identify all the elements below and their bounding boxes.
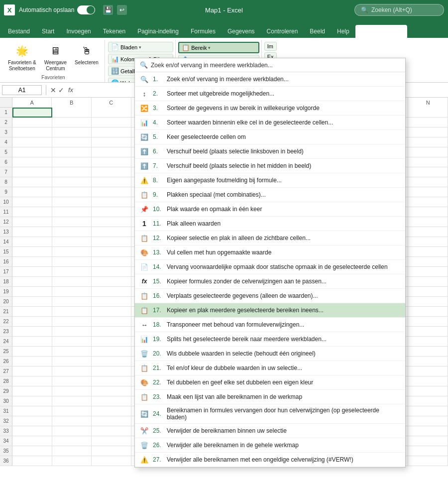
- grid-cell[interactable]: [408, 357, 448, 366]
- grid-cell[interactable]: [92, 337, 131, 347]
- grid-cell[interactable]: [12, 147, 52, 157]
- grid-cell[interactable]: [92, 446, 131, 456]
- tab-pagina[interactable]: Pagina-indeling: [131, 25, 185, 38]
- grid-cell[interactable]: [92, 376, 131, 386]
- grid-cell[interactable]: [52, 187, 92, 197]
- dropdown-item[interactable]: 🔄5.Keer geselecteerde cellen om: [135, 130, 405, 144]
- grid-cell[interactable]: [52, 277, 92, 287]
- grid-cell[interactable]: [12, 347, 52, 357]
- tab-invoegen[interactable]: Invoegen: [60, 25, 97, 38]
- grid-cell[interactable]: [408, 416, 448, 426]
- grid-cell[interactable]: [408, 127, 448, 137]
- col-header-n[interactable]: N: [408, 98, 448, 108]
- grid-cell[interactable]: [92, 327, 131, 337]
- grid-cell[interactable]: [408, 137, 448, 147]
- grid-cell[interactable]: [12, 406, 52, 416]
- grid-cell[interactable]: [52, 426, 92, 436]
- grid-cell[interactable]: [408, 446, 448, 456]
- grid-cell[interactable]: [408, 177, 448, 187]
- dropdown-item[interactable]: ↕️2.Sorteer met uitgebreide mogelijkhede…: [135, 87, 405, 101]
- grid-cell[interactable]: [408, 327, 448, 337]
- dropdown-item[interactable]: 📊19.Splits het geselecteerde bereik naar…: [135, 332, 405, 347]
- grid-cell[interactable]: [52, 137, 92, 147]
- col-header-b[interactable]: B: [52, 98, 92, 108]
- dropdown-item[interactable]: 📋16.Verplaats geselecteerde gegevens (al…: [135, 289, 405, 303]
- grid-cell[interactable]: [52, 307, 92, 317]
- dropdown-item[interactable]: 📋12.Kopieer selectie en plak in alleen d…: [135, 231, 405, 245]
- grid-cell[interactable]: [52, 247, 92, 257]
- grid-cell[interactable]: [52, 177, 92, 187]
- dropdown-item[interactable]: ⬆️6.Verschuif beeld (plaats selectie lin…: [135, 144, 405, 159]
- grid-cell[interactable]: [408, 167, 448, 177]
- grid-cell[interactable]: [408, 257, 448, 267]
- grid-cell[interactable]: [12, 307, 52, 317]
- grid-cell[interactable]: [12, 327, 52, 337]
- grid-cell[interactable]: [12, 277, 52, 287]
- grid-cell[interactable]: [408, 187, 448, 197]
- grid-cell[interactable]: [408, 337, 448, 347]
- autosave-toggle[interactable]: [77, 5, 95, 14]
- grid-cell[interactable]: [92, 147, 131, 157]
- grid-cell[interactable]: [92, 277, 131, 287]
- favorieten-sneltoetsen-button[interactable]: 🌟 Favorieten &Sneltoetsen: [5, 42, 39, 73]
- dropdown-item[interactable]: 🎨22.Tel dubbelen en geef elke set dubbel…: [135, 375, 405, 390]
- grid-cell[interactable]: [408, 207, 448, 217]
- dropdown-item[interactable]: 📊4.Sorteer waarden binnenin elke cel in …: [135, 116, 405, 130]
- tab-tekenen[interactable]: Tekenen: [97, 25, 131, 38]
- grid-cell[interactable]: [92, 187, 131, 197]
- grid-cell[interactable]: [92, 406, 131, 416]
- grid-cell[interactable]: [12, 337, 52, 347]
- grid-cell[interactable]: [92, 267, 131, 277]
- grid-cell[interactable]: [12, 426, 52, 436]
- grid-cell[interactable]: [408, 277, 448, 287]
- grid-cell[interactable]: [52, 386, 92, 396]
- grid-cell[interactable]: [92, 436, 131, 446]
- grid-cell[interactable]: [408, 118, 448, 127]
- grid-cell[interactable]: [12, 118, 52, 127]
- grid-cell[interactable]: [12, 137, 52, 147]
- grid-cell[interactable]: [12, 177, 52, 187]
- grid-cell[interactable]: [52, 357, 92, 366]
- checkmark-icon[interactable]: ✓: [58, 86, 64, 94]
- grid-cell[interactable]: [92, 247, 131, 257]
- grid-cell[interactable]: [92, 108, 131, 118]
- grid-cell[interactable]: [12, 187, 52, 197]
- grid-cell[interactable]: [408, 347, 448, 357]
- grid-cell[interactable]: [92, 157, 131, 167]
- grid-cell[interactable]: [12, 217, 52, 227]
- grid-cell[interactable]: [92, 347, 131, 357]
- tab-asap-utilities[interactable]: ASAP Utilities: [355, 25, 407, 38]
- grid-cell[interactable]: [408, 366, 448, 376]
- grid-cell[interactable]: [92, 456, 131, 466]
- grid-cell[interactable]: [92, 237, 131, 247]
- dropdown-item[interactable]: ⚠️8.Eigen aangepaste foutmelding bij for…: [135, 173, 405, 188]
- grid-cell[interactable]: [92, 197, 131, 207]
- grid-cell[interactable]: [12, 436, 52, 446]
- grid-cell[interactable]: [408, 456, 448, 466]
- grid-cell[interactable]: [52, 436, 92, 446]
- grid-cell[interactable]: [408, 406, 448, 416]
- grid-cell[interactable]: [408, 386, 448, 396]
- dropdown-item[interactable]: 🔄24.Bereiknamen in formules vervangen do…: [135, 404, 405, 424]
- grid-cell[interactable]: [408, 287, 448, 297]
- grid-cell[interactable]: [92, 386, 131, 396]
- dropdown-item[interactable]: 📋21.Tel en/of kleur de dubbele waarden i…: [135, 361, 405, 375]
- bladen-button[interactable]: 📄 Bladen ▾: [108, 42, 173, 52]
- dropdown-item[interactable]: 📋17.Kopieer en plak meerdere geselecteer…: [135, 303, 405, 318]
- grid-cell[interactable]: [52, 207, 92, 217]
- dropdown-item[interactable]: fx15.Kopieer formules zonder de celverwi…: [135, 274, 405, 289]
- grid-cell[interactable]: [92, 366, 131, 376]
- grid-cell[interactable]: [12, 287, 52, 297]
- grid-cell[interactable]: [12, 267, 52, 277]
- grid-cell[interactable]: [52, 237, 92, 247]
- grid-cell[interactable]: [52, 327, 92, 337]
- grid-cell[interactable]: [12, 157, 52, 167]
- grid-cell[interactable]: [52, 127, 92, 137]
- grid-cell[interactable]: [408, 376, 448, 386]
- grid-cell[interactable]: [52, 416, 92, 426]
- grid-cell[interactable]: [408, 227, 448, 237]
- grid-cell[interactable]: [52, 297, 92, 307]
- grid-cell[interactable]: [52, 366, 92, 376]
- grid-cell[interactable]: [92, 396, 131, 406]
- grid-cell[interactable]: [52, 197, 92, 207]
